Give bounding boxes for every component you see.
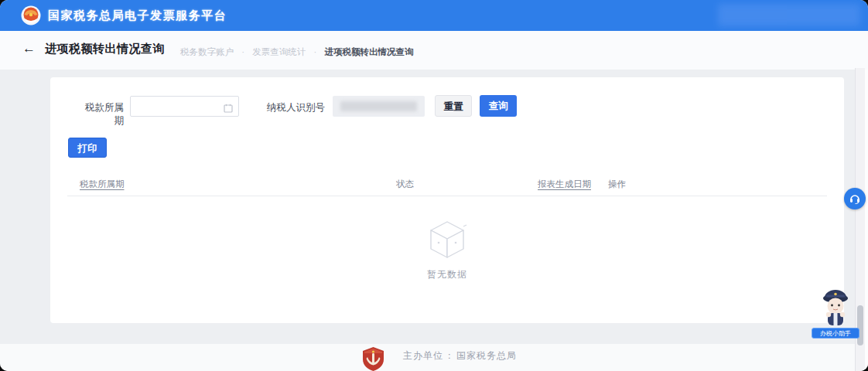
calendar-icon[interactable] <box>224 102 233 111</box>
tax-period-value[interactable] <box>137 97 224 117</box>
scrollbar-thumb[interactable] <box>857 305 863 345</box>
page-footer: 主办单位：国家税务总局 <box>0 344 868 371</box>
platform-title: 国家税务总局电子发票服务平台 <box>48 0 227 31</box>
taxpayer-id-label: 纳税人识别号 <box>267 101 327 114</box>
breadcrumb-separator: · <box>241 47 244 56</box>
assistant-mascot[interactable] <box>817 287 854 328</box>
print-button[interactable]: 打印 <box>68 138 107 158</box>
window-right-gutter <box>865 70 868 371</box>
breadcrumb-item-digital-account[interactable]: 税务数字账户 <box>180 47 234 56</box>
query-button[interactable]: 查询 <box>480 95 517 117</box>
footer-host-label: 主办单位 <box>403 350 443 361</box>
query-card: 税款所属期 纳税人识别号 重置 查询 打印 税款所属期 状态 报表生成日期 操作 <box>50 77 844 323</box>
taxpayer-id-redacted <box>340 101 417 111</box>
app-window: 国家税务总局电子发票服务平台 ← 进项税额转出情况查询 税务数字账户 · 发票查… <box>0 0 868 371</box>
empty-state: 暂无数据 <box>50 217 844 281</box>
breadcrumb-item-invoice-query[interactable]: 发票查询统计 <box>252 47 306 56</box>
reset-button[interactable]: 重置 <box>435 95 472 117</box>
back-arrow-icon[interactable]: ← <box>22 41 36 56</box>
breadcrumb-bar: ← 进项税额转出情况查询 税务数字账户 · 发票查询统计 · 进项税额转出情况查… <box>0 31 868 70</box>
column-header-actions: 操作 <box>608 179 626 190</box>
customer-service-button[interactable] <box>844 188 866 209</box>
footer-separator: ： <box>445 350 455 361</box>
top-header: 国家税务总局电子发票服务平台 <box>0 0 868 31</box>
tax-shield-icon <box>361 346 386 371</box>
user-info-redacted <box>718 4 860 26</box>
breadcrumb-separator: · <box>313 47 316 56</box>
empty-state-text: 暂无数据 <box>50 268 844 281</box>
footer-host-text: 主办单位：国家税务总局 <box>403 344 517 368</box>
table-header-row: 税款所属期 状态 报表生成日期 操作 <box>50 179 844 194</box>
column-header-generated-date[interactable]: 报表生成日期 <box>538 179 591 190</box>
page-title: 进项税额转出情况查询 <box>45 42 165 56</box>
table-header-divider <box>67 196 827 196</box>
empty-box-icon <box>425 217 470 260</box>
headset-icon <box>849 192 861 205</box>
tax-emblem-icon <box>21 5 41 26</box>
footer-host-value: 国家税务总局 <box>456 350 517 361</box>
column-header-tax-period[interactable]: 税款所属期 <box>80 179 125 190</box>
tax-period-input[interactable] <box>130 96 239 117</box>
mascot-officer-icon <box>817 287 854 328</box>
breadcrumb-item-current: 进项税额转出情况查询 <box>325 47 414 56</box>
column-header-status: 状态 <box>396 179 414 190</box>
taxpayer-id-input-disabled <box>333 96 425 117</box>
assistant-badge[interactable]: 办税小助手 <box>812 328 859 339</box>
scrollbar-track[interactable] <box>855 68 865 371</box>
breadcrumb: 税务数字账户 · 发票查询统计 · 进项税额转出情况查询 <box>180 46 414 58</box>
tax-period-label: 税款所属期 <box>76 101 124 128</box>
